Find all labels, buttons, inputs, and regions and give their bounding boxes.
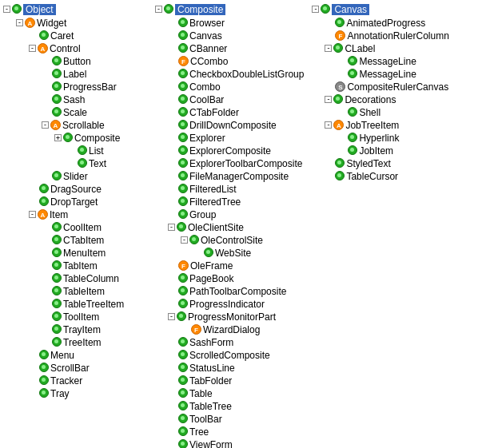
tree-root-row[interactable]: -Object xyxy=(3,3,147,16)
collapse-icon[interactable]: - xyxy=(42,121,49,129)
tree-row[interactable]: -AJobTreeItem xyxy=(312,119,456,132)
tree-row[interactable]: JobItem xyxy=(312,145,456,157)
tree-row[interactable]: FAnnotationRulerColumn xyxy=(312,30,456,42)
collapse-icon[interactable]: - xyxy=(16,19,23,26)
tree-row[interactable]: -ProgressMonitorPart xyxy=(155,311,304,323)
tree-row[interactable]: ProgressIndicator xyxy=(155,298,304,311)
tree-row[interactable]: Explorer xyxy=(155,132,304,145)
tree-row[interactable]: -AItem xyxy=(3,208,147,221)
tree-row[interactable]: StatusLine xyxy=(155,362,304,375)
tree-row[interactable]: SashForm xyxy=(155,336,304,349)
tree-row[interactable]: SCompositeRulerCanvas xyxy=(312,81,456,93)
tree-row[interactable]: AnimatedProgress xyxy=(312,17,456,30)
tree-row[interactable]: TableTreeItem xyxy=(3,298,147,311)
node-label: StyledText xyxy=(346,158,390,169)
green-circle-icon xyxy=(348,107,357,117)
tree-row[interactable]: TreeItem xyxy=(3,336,147,349)
tree-row[interactable]: DragSource xyxy=(3,183,147,196)
tree-row[interactable]: FileManagerComposite xyxy=(155,170,304,183)
tree-row[interactable]: WebSite xyxy=(155,247,304,260)
tree-row[interactable]: ToolBar xyxy=(155,413,304,426)
tree-row[interactable]: Slider xyxy=(3,170,147,183)
tree-row[interactable]: +Composite xyxy=(3,132,147,145)
collapse-icon[interactable]: - xyxy=(325,45,332,52)
tree-row[interactable]: List xyxy=(3,145,147,157)
tree-row[interactable]: Browser xyxy=(155,17,304,30)
tree-row[interactable]: Table xyxy=(155,387,304,400)
tree-row[interactable]: Tracker xyxy=(3,375,147,387)
tree-row[interactable]: Caret xyxy=(3,30,147,42)
green-circle-icon xyxy=(348,133,357,142)
tree-row[interactable]: -CLabel xyxy=(312,42,456,55)
tree-row[interactable]: CBanner xyxy=(155,42,304,55)
tree-row[interactable]: TabItem xyxy=(3,260,147,272)
tree-row[interactable]: Label xyxy=(3,68,147,81)
tree-row[interactable]: MenuItem xyxy=(3,247,147,260)
tree-row[interactable]: TabFolder xyxy=(155,375,304,387)
collapse-icon[interactable]: - xyxy=(29,45,36,52)
tree-row[interactable]: TrayItem xyxy=(3,323,147,336)
tree-row[interactable]: FCCombo xyxy=(155,55,304,68)
tree-row[interactable]: MessageLine xyxy=(312,68,456,81)
collapse-icon[interactable]: - xyxy=(181,236,188,244)
tree-row[interactable]: Button xyxy=(3,55,147,68)
tree-row[interactable]: ToolItem xyxy=(3,311,147,323)
tree-row[interactable]: DrillDownComposite xyxy=(155,119,304,132)
tree-row[interactable]: -Decorations xyxy=(312,93,456,106)
collapse-icon[interactable]: - xyxy=(168,313,175,320)
tree-row[interactable]: ExplorerComposite xyxy=(155,145,304,157)
tree-row[interactable]: Canvas xyxy=(155,30,304,42)
green-circle-icon xyxy=(178,133,188,142)
tree-row[interactable]: -AScrollable xyxy=(3,119,147,132)
tree-row[interactable]: Group xyxy=(155,208,304,221)
tree-row[interactable]: Sash xyxy=(3,93,147,106)
tree-row[interactable]: ScrolledComposite xyxy=(155,349,304,362)
final-class-icon: F xyxy=(178,260,189,271)
tree-row[interactable]: FilteredTree xyxy=(155,196,304,208)
collapse-icon[interactable]: - xyxy=(168,224,175,231)
collapse-icon[interactable]: - xyxy=(325,96,332,103)
tree-row[interactable]: ViewForm xyxy=(155,438,304,448)
expand-icon[interactable]: + xyxy=(54,134,62,141)
tree-row[interactable]: -OleClientSite xyxy=(155,221,304,234)
tree-row[interactable]: Shell xyxy=(312,106,456,119)
tree-row[interactable]: CTabItem xyxy=(3,234,147,247)
tree-row[interactable]: TableTree xyxy=(155,400,304,413)
tree-row[interactable]: Menu xyxy=(3,349,147,362)
tree-row[interactable]: -AWidget xyxy=(3,17,147,30)
tree-root-row[interactable]: -Composite xyxy=(155,3,304,16)
tree-row[interactable]: -OleControlSite xyxy=(155,234,304,247)
tree-row[interactable]: Combo xyxy=(155,81,304,93)
tree-row[interactable]: ScrollBar xyxy=(3,362,147,375)
tree-row[interactable]: MessageLine xyxy=(312,55,456,68)
tree-row[interactable]: FilteredList xyxy=(155,183,304,196)
tree-row[interactable]: CheckboxDoubleListGroup xyxy=(155,68,304,81)
tree-row[interactable]: ExplorerToolbarComposite xyxy=(155,157,304,170)
collapse-icon[interactable]: - xyxy=(325,121,332,129)
tree-row[interactable]: Text xyxy=(3,157,147,170)
tree-row[interactable]: Hyperlink xyxy=(312,132,456,145)
collapse-icon[interactable]: - xyxy=(312,6,319,13)
tree-row[interactable]: CTabFolder xyxy=(155,106,304,119)
tree-row[interactable]: PathToolbarComposite xyxy=(155,285,304,298)
tree-row[interactable]: DropTarget xyxy=(3,196,147,208)
collapse-icon[interactable]: - xyxy=(155,6,162,13)
tree-row[interactable]: TableItem xyxy=(3,285,147,298)
tree-row[interactable]: Tray xyxy=(3,387,147,400)
tree-row[interactable]: ProgressBar xyxy=(3,81,147,93)
tree-row[interactable]: TableCursor xyxy=(312,170,456,183)
tree-row[interactable]: Scale xyxy=(3,106,147,119)
tree-row[interactable]: Tree xyxy=(155,426,304,438)
tree-row[interactable]: -AControl xyxy=(3,42,147,55)
collapse-icon[interactable]: - xyxy=(29,211,36,218)
tree-root-row[interactable]: -Canvas xyxy=(312,3,456,16)
tree-row[interactable]: CoolBar xyxy=(155,93,304,106)
collapse-icon[interactable]: - xyxy=(3,6,10,13)
tree-row[interactable]: FOleFrame xyxy=(155,260,304,272)
tree-row[interactable]: PageBook xyxy=(155,272,304,285)
green-circle-icon xyxy=(52,69,62,78)
tree-row[interactable]: TableColumn xyxy=(3,272,147,285)
tree-row[interactable]: StyledText xyxy=(312,157,456,170)
tree-row[interactable]: CoolItem xyxy=(3,221,147,234)
tree-row[interactable]: FWizardDialog xyxy=(155,323,304,336)
